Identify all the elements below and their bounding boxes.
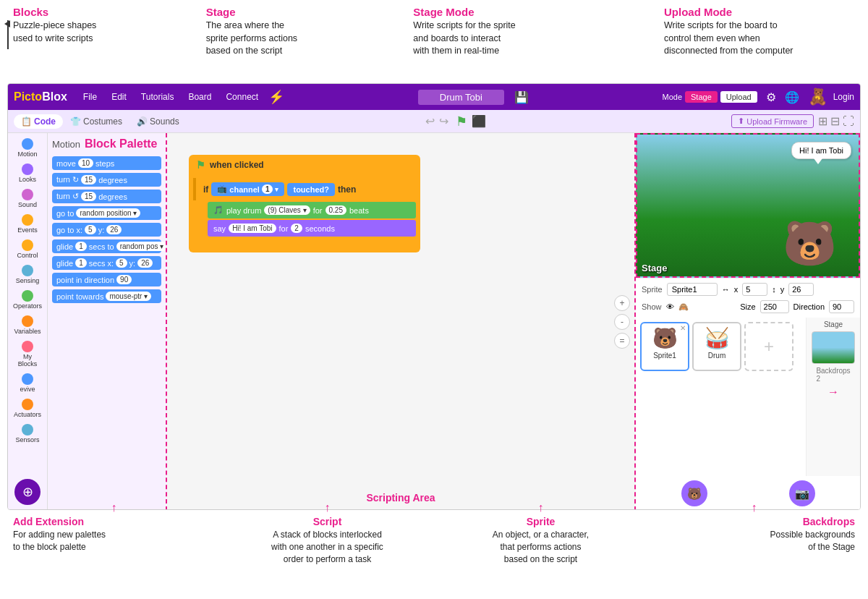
connect-icon: ⚡	[268, 89, 284, 105]
sidebar-item-actuators[interactable]: Actuators	[14, 396, 41, 420]
y-input[interactable]	[788, 283, 814, 296]
sidebar-item-operators[interactable]: Operators	[14, 288, 41, 312]
sidebar-item-evive[interactable]: evive	[14, 371, 41, 395]
backdrops-anno-text: Possible backgroundsof the Stage	[770, 530, 855, 552]
palette-category: Motion	[52, 139, 80, 150]
then-label: then	[338, 184, 356, 195]
upload-mode-btn[interactable]: Upload	[720, 91, 757, 103]
channel-icon: 📺	[217, 184, 227, 194]
upload-firmware-button[interactable]: ⬆ Upload Firmware	[731, 114, 814, 128]
tab-code-label: Code	[34, 116, 56, 127]
sprite-thumb-drum[interactable]: 🥁 Drum	[692, 322, 741, 371]
backdrop-thumb[interactable]	[812, 331, 855, 364]
add-extension-annotation: ↑ Add Extension For adding new palettest…	[7, 516, 221, 583]
sprite1-icon: 🐻	[644, 326, 685, 350]
settings-icon[interactable]: ⚙	[766, 90, 776, 104]
save-icon[interactable]: 💾	[514, 90, 529, 104]
say-block[interactable]: say Hi! I am Tobi for 2 seconds	[208, 220, 416, 237]
operators-label: Operators	[13, 302, 42, 310]
bear-action-btn[interactable]: 🐻	[681, 480, 707, 506]
sidebar-item-sound[interactable]: Sound	[14, 187, 41, 211]
sensing-dot	[22, 265, 33, 276]
x-input[interactable]	[742, 283, 767, 296]
touched-block: touched?	[287, 183, 335, 196]
sprite-name-input[interactable]	[667, 283, 718, 296]
eye-closed-icon[interactable]: 🙈	[678, 302, 689, 312]
play-drum-block[interactable]: 🎵 play drum (9) Claves ▾ for 0.25 beats	[208, 202, 416, 218]
camera-action-btn[interactable]: 📷	[789, 480, 815, 506]
stage-anno-text: The area where thesprite performs action…	[206, 20, 297, 56]
block-point-direction[interactable]: point in direction 90	[52, 273, 161, 286]
script-anno-title: Script	[226, 516, 428, 527]
eye-open-icon[interactable]: 👁	[666, 302, 674, 311]
fullscreen-icon[interactable]: ⛶	[843, 115, 854, 128]
avatar-icon[interactable]: 🧸	[808, 88, 827, 106]
add-sprite-btn[interactable]: +	[744, 322, 793, 371]
menu-board[interactable]: Board	[184, 90, 216, 103]
block-goto-xy[interactable]: go to x: 5 y: 26	[52, 223, 161, 237]
sprite-thumb-sprite1[interactable]: ✕ 🐻 Sprite1	[640, 322, 689, 371]
sprite-list: ✕ 🐻 Sprite1 🥁 Drum +	[636, 318, 806, 476]
subtoolbar: 📋 Code 👕 Costumes 🔊 Sounds ↩ ↪ ⚑ ⬛ ⬆ Upl…	[8, 110, 860, 133]
stage-mode-btn[interactable]: Stage	[685, 91, 718, 103]
sidebar-item-looks[interactable]: Looks	[14, 161, 41, 185]
actuators-dot	[22, 399, 33, 410]
globe-icon[interactable]: 🌐	[785, 90, 799, 104]
tab-sounds[interactable]: 🔊 Sounds	[129, 114, 187, 129]
sidebar-item-events[interactable]: Events	[14, 212, 41, 236]
block-move[interactable]: move 10 steps	[52, 156, 161, 170]
sidebar-item-sensing[interactable]: Sensing	[14, 263, 41, 286]
zoom-out-btn[interactable]: -	[614, 314, 630, 330]
drum-icon: 🥁	[697, 326, 737, 350]
block-glide-xy[interactable]: glide 1 secs x: 5 y: 26	[52, 256, 161, 270]
direction-input[interactable]	[829, 300, 854, 313]
login-button[interactable]: Login	[833, 92, 854, 102]
tab-code[interactable]: 📋 Code	[14, 114, 63, 129]
block-turn-left[interactable]: turn ↺ 15 degrees	[52, 190, 161, 203]
block-goto-random[interactable]: go to random position ▾	[52, 206, 161, 220]
stage-backdrop-label: Stage	[824, 320, 843, 328]
green-flag-btn[interactable]: ⚑	[456, 114, 467, 129]
zoom-in-btn[interactable]: +	[614, 295, 630, 311]
menu-edit[interactable]: Edit	[107, 90, 131, 103]
sprite-close-icon[interactable]: ✕	[680, 324, 686, 332]
block-sidebar: Motion Looks Sound Events Control Sensin…	[8, 133, 48, 510]
menu-tutorials[interactable]: Tutorials	[137, 90, 179, 103]
redo-icon[interactable]: ↪	[439, 114, 448, 128]
block-end	[189, 244, 420, 252]
sidebar-item-motion[interactable]: Motion	[14, 136, 41, 160]
menu-file[interactable]: File	[79, 90, 101, 103]
block-point-towards[interactable]: point towards mouse-ptr ▾	[52, 289, 161, 303]
menu-connect[interactable]: Connect	[221, 90, 263, 103]
sidebar-item-control[interactable]: Control	[14, 237, 41, 261]
sidebar-item-variables[interactable]: Variables	[14, 313, 41, 337]
shrink-icon[interactable]: ⊟	[830, 114, 840, 128]
blocks-line	[7, 20, 9, 49]
scripting-area: ⚑ when clicked if 📺 channel 1 ▾	[167, 133, 636, 510]
top-annotations: Blocks Puzzle-piece shapesused to write …	[0, 0, 868, 83]
sidebar-item-myblocks[interactable]: My Blocks	[14, 339, 41, 370]
project-name[interactable]: Drum Tobi	[418, 90, 504, 105]
sprite-info-bar: Sprite ↔ x ↕ y	[636, 278, 860, 300]
variables-dot	[22, 315, 33, 327]
bear-character: 🐻	[783, 218, 837, 269]
tab-costumes[interactable]: 👕 Costumes	[63, 114, 129, 129]
sidebar-item-sensors[interactable]: Sensors	[14, 422, 41, 446]
stop-btn[interactable]: ⬛	[472, 114, 486, 128]
expand-icon[interactable]: ⊞	[818, 114, 827, 128]
tab-sounds-label: Sounds	[150, 116, 179, 127]
backdrops-arrow-icon: ↑	[752, 501, 757, 514]
sprite1-label: Sprite1	[644, 352, 685, 360]
when-clicked-block[interactable]: ⚑ when clicked	[189, 155, 420, 175]
size-input[interactable]	[760, 300, 789, 313]
stage-bottom-btns: 🐻 📷	[636, 476, 860, 510]
undo-icon[interactable]: ↩	[425, 114, 435, 128]
if-close	[193, 237, 416, 244]
zoom-reset-btn[interactable]: =	[614, 333, 630, 349]
block-glide-random[interactable]: glide 1 secs to random pos ▾	[52, 239, 161, 253]
block-turn-right[interactable]: turn ↻ 15 degrees	[52, 173, 161, 187]
add-extension-button[interactable]: ⊕	[14, 479, 41, 505]
channel-block[interactable]: 📺 channel 1 ▾	[211, 182, 284, 196]
myblocks-label: My Blocks	[14, 353, 41, 368]
for-label: for	[313, 206, 323, 215]
